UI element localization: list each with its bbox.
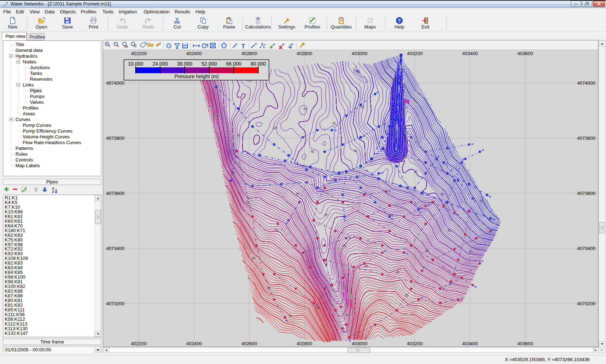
svg-text:30: 30 xyxy=(331,121,337,126)
svg-text:60: 60 xyxy=(251,256,256,261)
svg-text:25: 25 xyxy=(360,105,364,109)
svg-text:65: 65 xyxy=(469,250,473,253)
svg-text:?: ? xyxy=(149,42,150,44)
svg-text:402200: 402200 xyxy=(131,341,146,346)
svg-text:4073800: 4073800 xyxy=(106,136,124,141)
svg-text:4073200: 4073200 xyxy=(577,301,596,306)
svg-text:52.000: 52.000 xyxy=(202,61,217,67)
svg-text:55: 55 xyxy=(447,228,452,233)
svg-text:402600: 402600 xyxy=(241,51,257,56)
svg-text:402800: 402800 xyxy=(297,51,312,56)
svg-text:60: 60 xyxy=(364,264,368,268)
svg-text:66.000: 66.000 xyxy=(226,61,242,67)
svg-text:10.000: 10.000 xyxy=(128,61,144,67)
svg-text:4073400: 4073400 xyxy=(106,246,124,251)
svg-text:70: 70 xyxy=(288,314,292,318)
svg-text:70: 70 xyxy=(344,313,349,318)
svg-text:80.000: 80.000 xyxy=(251,61,266,67)
svg-text:402200: 402200 xyxy=(131,51,146,56)
svg-text:4073200: 4073200 xyxy=(106,301,124,306)
svg-text:24.000: 24.000 xyxy=(153,61,168,67)
svg-text:402800: 402800 xyxy=(297,341,312,346)
svg-text:403000: 403000 xyxy=(352,341,367,346)
svg-text:403000: 403000 xyxy=(352,51,367,56)
svg-text:15: 15 xyxy=(404,106,408,110)
svg-text:40: 40 xyxy=(413,169,418,174)
svg-text:403400: 403400 xyxy=(462,51,478,56)
svg-text:402400: 402400 xyxy=(186,341,202,346)
svg-text:100: 100 xyxy=(124,45,128,48)
svg-text:55: 55 xyxy=(231,170,235,174)
svg-text:4073400: 4073400 xyxy=(577,246,596,251)
svg-text:4073600: 4073600 xyxy=(106,191,124,196)
svg-text:4073800: 4073800 xyxy=(577,136,596,141)
svg-text:4074000: 4074000 xyxy=(106,80,124,86)
svg-text:402600: 402600 xyxy=(241,341,257,346)
svg-text:25: 25 xyxy=(354,149,357,153)
svg-text:403200: 403200 xyxy=(407,341,422,346)
svg-text:38.000: 38.000 xyxy=(177,61,193,67)
svg-text:403600: 403600 xyxy=(517,341,533,346)
svg-text:35: 35 xyxy=(479,199,483,203)
svg-text:?: ? xyxy=(398,18,401,23)
svg-text:45: 45 xyxy=(440,192,444,196)
svg-text:T: T xyxy=(241,43,245,50)
svg-text:4074000: 4074000 xyxy=(577,80,596,86)
svg-text:403400: 403400 xyxy=(462,341,478,346)
svg-text:35: 35 xyxy=(310,149,315,154)
svg-text:50: 50 xyxy=(236,133,241,138)
svg-text:4073600: 4073600 xyxy=(577,191,596,196)
svg-text:?: ? xyxy=(159,42,161,45)
svg-text:65: 65 xyxy=(267,286,271,290)
svg-text:Z: Z xyxy=(52,190,54,194)
svg-text:403200: 403200 xyxy=(407,51,422,56)
svg-text:55: 55 xyxy=(389,213,393,217)
svg-text:Pressure height (m): Pressure height (m) xyxy=(175,74,219,79)
svg-text:50: 50 xyxy=(274,228,278,233)
svg-text:403600: 403600 xyxy=(517,51,533,56)
svg-text:402400: 402400 xyxy=(186,51,202,56)
svg-text:40: 40 xyxy=(296,192,300,196)
